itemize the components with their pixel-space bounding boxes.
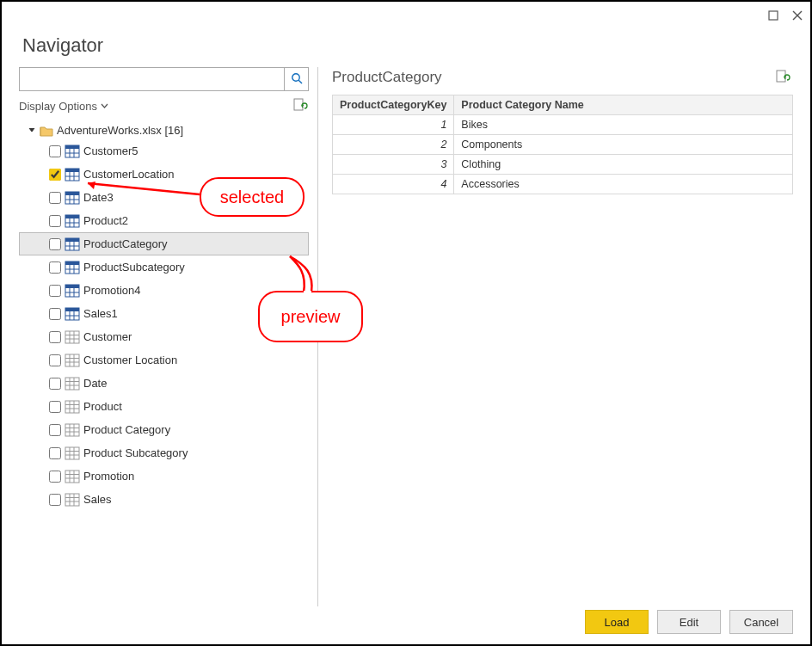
tree-item[interactable]: Promotion [19,465,309,488]
table-icon [65,308,79,320]
tree-item[interactable]: Promotion4 [19,279,309,302]
table-cell: 3 [333,155,454,175]
tree-item[interactable]: Date [19,372,309,395]
tree-item-checkbox[interactable] [49,471,61,483]
tree-item-checkbox[interactable] [49,331,61,343]
navigator-dialog: Navigator Display Options [0,0,812,646]
tree-item-label: Date [83,377,107,390]
expand-collapse-icon[interactable] [28,124,36,137]
maximize-icon[interactable] [767,9,779,22]
svg-rect-17 [65,192,79,195]
tree-item[interactable]: Customer5 [19,139,309,163]
tree-item[interactable]: ProductCategory [19,232,309,255]
search-input[interactable] [20,68,284,90]
svg-rect-7 [65,145,79,149]
tree-item-label: Date3 [83,191,114,204]
tree-item-checkbox[interactable] [49,494,61,506]
close-icon[interactable] [791,9,803,22]
right-pane: ProductCategory ProductCategoryKeyProduc… [318,67,793,606]
preview-title: ProductCategory [332,69,442,86]
tree-item-label: Customer [83,330,132,343]
tree-item-checkbox[interactable] [49,354,61,366]
load-button[interactable]: Load [585,610,649,634]
worksheet-icon [65,354,79,366]
tree-item-label: Customer Location [83,354,177,366]
refresh-preview-icon[interactable] [776,70,790,86]
table-cell: 4 [333,175,454,194]
column-header[interactable]: Product Category Name [454,95,793,115]
tree-item[interactable]: Product Subcategory [19,441,309,465]
table-row[interactable]: 2Components [333,135,793,155]
refresh-preview-icon[interactable] [293,98,307,114]
svg-rect-46 [65,331,79,343]
folder-icon [40,125,53,137]
tree-item[interactable]: CustomerLocation [19,163,309,186]
table-cell: 1 [333,115,454,135]
worksheet-icon [65,447,79,459]
table-cell: Components [454,135,793,155]
tree-item-checkbox[interactable] [49,308,61,320]
table-cell: 2 [333,135,454,155]
tree-item-checkbox[interactable] [49,285,61,297]
table-cell: Accessories [454,175,793,194]
tree-item[interactable]: Sales1 [19,302,309,325]
search-icon [291,72,303,87]
tree-item[interactable]: Product Category [19,418,309,441]
chevron-down-icon [101,100,108,113]
search-button[interactable] [284,68,308,90]
display-options-dropdown[interactable]: Display Options [19,98,108,114]
tree-item[interactable]: Date3 [19,186,309,209]
table-row[interactable]: 3Clothing [333,155,793,175]
worksheet-icon [65,494,79,506]
tree-item-checkbox[interactable] [49,261,61,274]
svg-line-4 [298,80,302,83]
dialog-footer: Load Edit Cancel [585,610,793,634]
tree-item[interactable]: Sales [19,488,309,511]
svg-rect-0 [769,11,778,20]
tree-item-checkbox[interactable] [49,238,61,250]
tree-item-label: Sales1 [83,307,118,320]
svg-rect-27 [65,238,79,242]
svg-rect-12 [65,169,79,172]
tree-item-checkbox[interactable] [49,169,61,181]
tree-item-checkbox[interactable] [49,378,61,390]
tree-item-checkbox[interactable] [49,215,61,227]
tree-item[interactable]: Customer Location [19,348,309,372]
edit-button[interactable]: Edit [657,610,721,634]
worksheet-icon [65,424,79,436]
dialog-title: Navigator [2,29,810,67]
tree-item-checkbox[interactable] [49,192,61,204]
table-row[interactable]: 1Bikes [333,115,793,135]
worksheet-icon [65,331,79,343]
table-icon [65,261,79,274]
svg-rect-42 [65,308,79,311]
tree-item-label: Promotion [83,470,134,483]
tree-item-checkbox[interactable] [49,447,61,459]
svg-rect-86 [777,71,785,82]
tree-item-checkbox[interactable] [49,424,61,436]
table-row[interactable]: 4Accessories [333,175,793,194]
tree-item-label: Product Category [83,423,170,436]
tree-item[interactable]: ProductSubcategory [19,255,309,279]
cancel-button[interactable]: Cancel [729,610,793,634]
table-icon [65,169,79,181]
svg-rect-71 [65,447,79,459]
tree-item[interactable]: Customer [19,325,309,348]
left-pane: Display Options [19,67,318,606]
svg-rect-22 [65,215,79,218]
tree-item-label: Product2 [83,214,128,227]
svg-rect-32 [65,261,79,265]
table-icon [65,238,79,250]
table-icon [65,215,79,227]
tree-item[interactable]: Product2 [19,209,309,232]
column-header[interactable]: ProductCategoryKey [333,95,454,115]
tree-item[interactable]: Product [19,395,309,418]
svg-rect-51 [65,354,79,366]
tree-root-row[interactable]: AdventureWorks.xlsx [16] [19,121,309,139]
title-bar [2,2,810,29]
tree-item-label: Customer5 [83,145,138,157]
tree-item-checkbox[interactable] [49,145,61,157]
tree-item-label: ProductCategory [83,237,168,250]
tree: AdventureWorks.xlsx [16] Customer5Custom… [19,120,309,606]
tree-item-checkbox[interactable] [49,401,61,413]
